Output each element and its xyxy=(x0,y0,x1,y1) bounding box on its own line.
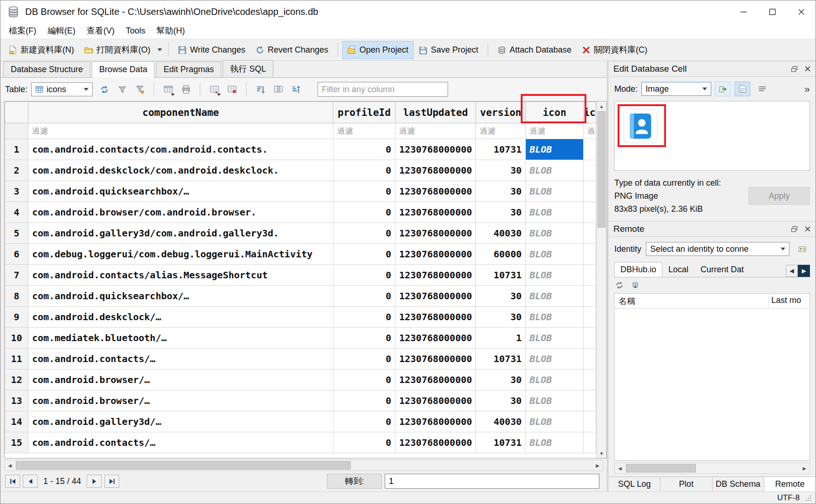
cell-componentName[interactable]: com.android.browser/com.android.browser. xyxy=(28,202,333,223)
remote-tab-dbhub-io[interactable]: DBHub.io xyxy=(614,262,662,277)
cell-version[interactable]: 60000 xyxy=(476,244,526,265)
cell-clipped[interactable] xyxy=(584,160,596,181)
cell-clipped[interactable] xyxy=(584,202,596,223)
cell-version[interactable]: 30 xyxy=(476,202,526,223)
dock-tab-remote[interactable]: Remote xyxy=(764,477,816,491)
close-database-button[interactable]: 關閉資料庫(C) xyxy=(577,40,653,60)
dock-tab-sql-log[interactable]: SQL Log xyxy=(609,477,660,491)
cell-lastUpdated[interactable]: 1230768000000 xyxy=(395,349,476,370)
toolbar-overflow-button[interactable]: » xyxy=(804,83,810,94)
filter-input-profileId[interactable]: 過濾 xyxy=(333,123,395,139)
cell-profileId[interactable]: 0 xyxy=(333,244,395,265)
print-button[interactable] xyxy=(178,81,194,97)
scroll-right-icon[interactable]: ▶ xyxy=(592,460,603,470)
cell-profileId[interactable]: 0 xyxy=(333,181,395,202)
cell-lastUpdated[interactable]: 1230768000000 xyxy=(395,307,476,328)
row-number[interactable]: 7 xyxy=(5,265,28,286)
grid-vertical-scrollbar[interactable]: ▲ ▼ xyxy=(596,101,606,458)
word-wrap-button[interactable] xyxy=(754,81,770,96)
scroll-left-icon[interactable]: ◀ xyxy=(615,463,625,473)
cell-icon[interactable]: BLOB xyxy=(526,160,584,181)
cell-clipped[interactable] xyxy=(584,349,596,370)
cell-profileId[interactable]: 0 xyxy=(333,432,395,453)
column-header-version[interactable]: version xyxy=(476,102,526,123)
close-window-button[interactable] xyxy=(787,0,816,23)
remote-column-lastmodified[interactable]: Last mo xyxy=(768,294,809,308)
edit-filters-button[interactable] xyxy=(132,81,148,97)
cell-lastUpdated[interactable]: 1230768000000 xyxy=(395,432,476,453)
remote-tabs-scroll-right[interactable]: ▶ xyxy=(798,265,810,277)
menu-item-1[interactable]: 檔案(F) xyxy=(3,23,42,38)
cell-icon[interactable]: BLOB xyxy=(526,370,584,390)
open-database-button-dropdown[interactable] xyxy=(156,45,164,55)
row-number[interactable]: 12 xyxy=(5,370,28,390)
save-project-button[interactable]: Save Project xyxy=(414,41,483,59)
row-number[interactable]: 15 xyxy=(5,432,28,453)
previous-record-button[interactable] xyxy=(23,475,38,488)
last-record-button[interactable] xyxy=(104,475,119,488)
new-record-button[interactable] xyxy=(160,81,176,97)
cell-profileId[interactable]: 0 xyxy=(333,139,395,160)
cell-lastUpdated[interactable]: 1230768000000 xyxy=(395,370,476,390)
cell-lastUpdated[interactable]: 1230768000000 xyxy=(395,181,476,202)
close-panel-icon[interactable] xyxy=(804,226,811,232)
cell-icon[interactable]: BLOB xyxy=(526,286,584,307)
image-view-button[interactable] xyxy=(734,81,750,96)
cell-version[interactable]: 30 xyxy=(476,181,526,202)
scroll-up-icon[interactable]: ▲ xyxy=(597,101,606,111)
cell-icon[interactable]: BLOB xyxy=(526,328,584,349)
first-record-button[interactable] xyxy=(5,475,20,488)
remote-tab-current-dat[interactable]: Current Dat xyxy=(694,262,750,277)
cell-lastUpdated[interactable]: 1230768000000 xyxy=(395,390,476,411)
cell-profileId[interactable]: 0 xyxy=(333,265,395,286)
cell-lastUpdated[interactable]: 1230768000000 xyxy=(395,411,476,432)
cell-version[interactable]: 10731 xyxy=(476,265,526,286)
sort-desc-button[interactable] xyxy=(288,81,304,97)
clone-database-icon[interactable] xyxy=(631,281,639,289)
cell-profileId[interactable]: 0 xyxy=(333,307,395,328)
remote-hscroll-thumb[interactable] xyxy=(626,464,696,472)
cell-componentName[interactable]: com.mediatek.bluetooth/… xyxy=(28,328,333,349)
cell-icon[interactable]: BLOB xyxy=(526,390,584,411)
remote-tab-local[interactable]: Local xyxy=(662,262,694,277)
cell-componentName[interactable]: com.android.contacts/alias.MessageShortc… xyxy=(28,265,333,286)
cell-lastUpdated[interactable]: 1230768000000 xyxy=(395,160,476,181)
cell-version[interactable]: 30 xyxy=(476,390,526,411)
cell-profileId[interactable]: 0 xyxy=(333,349,395,370)
row-number[interactable]: 14 xyxy=(5,411,28,432)
cell-clipped[interactable] xyxy=(584,244,596,265)
apply-button[interactable]: Apply xyxy=(748,187,810,205)
row-number[interactable]: 5 xyxy=(5,223,28,244)
cell-clipped[interactable] xyxy=(584,223,596,244)
filter-input-lastUpdated[interactable]: 過濾 xyxy=(395,123,476,139)
cell-icon[interactable]: BLOB xyxy=(526,349,584,370)
row-number[interactable]: 3 xyxy=(5,181,28,202)
hscroll-thumb[interactable] xyxy=(16,461,351,470)
cell-icon[interactable]: BLOB xyxy=(526,307,584,328)
cell-componentName[interactable]: com.android.contacts/com.android.contact… xyxy=(28,139,333,160)
column-header-icon[interactable]: icon xyxy=(526,102,584,123)
cell-clipped[interactable] xyxy=(584,265,596,286)
cell-componentName[interactable]: com.android.gallery3d/com.android.galler… xyxy=(28,223,333,244)
cell-profileId[interactable]: 0 xyxy=(333,411,395,432)
cell-lastUpdated[interactable]: 1230768000000 xyxy=(395,328,476,349)
cell-clipped[interactable] xyxy=(584,432,596,453)
tab-browse-data[interactable]: Browse Data xyxy=(92,61,155,78)
remote-tabs-scroll-left[interactable]: ◀ xyxy=(786,265,798,277)
new-database-button[interactable]: 新建資料庫(N) xyxy=(3,40,79,60)
cell-version[interactable]: 40030 xyxy=(476,411,526,432)
sort-asc-button[interactable] xyxy=(252,81,268,97)
row-number[interactable]: 4 xyxy=(5,202,28,223)
cell-profileId[interactable]: 0 xyxy=(333,328,395,349)
cell-profileId[interactable]: 0 xyxy=(333,223,395,244)
cell-componentName[interactable]: com.android.deskclock/… xyxy=(28,307,333,328)
remote-column-name[interactable]: 名稱 xyxy=(615,294,768,308)
resize-grip-icon[interactable] xyxy=(804,494,812,502)
filter-input-version[interactable]: 過濾 xyxy=(476,123,526,139)
cell-clipped[interactable] xyxy=(584,328,596,349)
dock-tab-plot[interactable]: Plot xyxy=(660,477,712,491)
attach-database-button[interactable]: Attach Database xyxy=(492,41,577,59)
cell-lastUpdated[interactable]: 1230768000000 xyxy=(395,139,476,160)
cell-clipped[interactable] xyxy=(584,181,596,202)
refresh-icon[interactable] xyxy=(615,281,624,289)
